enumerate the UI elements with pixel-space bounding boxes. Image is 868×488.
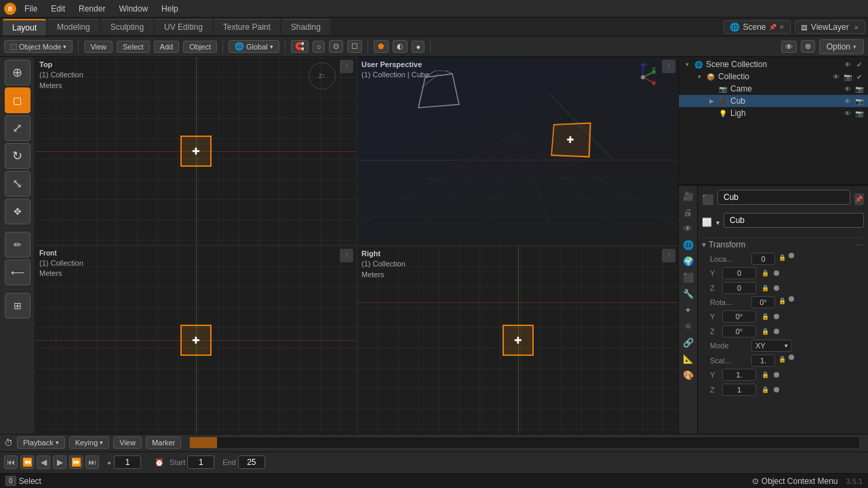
start-frame-input[interactable] — [187, 455, 214, 469]
prop-rot-y-lock[interactable]: 🔒 — [760, 312, 770, 321]
light-render-btn[interactable]: 📷 — [854, 108, 864, 118]
prop-loc-y[interactable]: 0 — [722, 267, 756, 279]
gizmo-btn[interactable]: ⊕ — [801, 40, 815, 53]
prop-scale-x-lock[interactable]: 🔒 — [777, 354, 787, 364]
transform-selector[interactable]: 🌐 Global ▾ — [229, 40, 279, 53]
scene-visibility-btn[interactable]: 👁 — [843, 60, 852, 69]
viewport-menu-front[interactable]: ⋮ — [340, 249, 353, 262]
view-menu[interactable]: View — [84, 41, 113, 53]
viewport-menu-perspective[interactable]: ⋮ — [662, 60, 675, 73]
timeline-prev-frame[interactable]: ◀ — [37, 455, 50, 469]
scene-close-icon[interactable]: ✕ — [779, 24, 785, 30]
overlay-btn[interactable]: ⊙ — [329, 40, 343, 53]
snap-toggle[interactable]: 🧲 — [291, 40, 309, 53]
timeline-next-frame[interactable]: ⏩ — [69, 455, 83, 469]
tab-modeling[interactable]: Modeling — [47, 19, 100, 35]
expand-cube[interactable]: ▶ — [707, 97, 715, 105]
timeline-prev-keyframe[interactable]: ⏪ — [20, 455, 34, 469]
transform-options-btn[interactable]: ⋯ — [854, 240, 864, 249]
prop-scale-x[interactable]: 1. — [751, 354, 775, 367]
cube-perspective[interactable]: ✚ — [551, 123, 591, 158]
props-material-icon[interactable]: 🎨 — [681, 367, 696, 382]
cube-right-view[interactable] — [502, 325, 534, 356]
section-transform[interactable]: ▾ Transform ⋯ — [702, 237, 864, 251]
scene-selector[interactable]: 🌐 Scene 📌 ✕ — [724, 20, 790, 34]
tool-scale[interactable]: ⤡ — [5, 171, 31, 197]
viewport-right[interactable]: Right (1) Collection Meters ⋮ — [357, 246, 678, 434]
prop-rot-x[interactable]: 0° — [751, 296, 775, 308]
tool-add-object[interactable]: ⊞ — [5, 293, 31, 319]
option-button[interactable]: Option ▾ — [819, 39, 864, 54]
tool-cursor[interactable]: ⊕ — [5, 60, 31, 85]
viewport-display-btn[interactable]: 👁 — [781, 41, 797, 53]
tab-texture-paint[interactable]: Texture Paint — [214, 19, 280, 35]
tool-select-box[interactable]: ▢ — [5, 87, 31, 113]
prop-loc-y-lock[interactable]: 🔒 — [760, 268, 770, 278]
col-select-btn[interactable]: ✔ — [854, 72, 864, 81]
prop-scale-y[interactable]: 1. — [722, 369, 756, 381]
props-world-icon[interactable]: 🌍 — [681, 253, 696, 268]
end-frame-input[interactable] — [238, 455, 265, 469]
prop-mode-dropdown[interactable]: XY ▾ — [751, 340, 792, 352]
menu-render[interactable]: Render — [73, 3, 111, 15]
menu-help[interactable]: Help — [156, 3, 184, 15]
cam-visibility-btn[interactable]: 👁 — [843, 84, 852, 94]
cube-top-view[interactable] — [180, 136, 212, 167]
viewport-perspective[interactable]: ✚ User Perspective (1) Collection | Cube… — [357, 57, 678, 245]
timeline-marker-menu[interactable]: Marker — [146, 436, 181, 449]
viewport-top[interactable]: Top (1) Collection Meters ⋮ Z↑ — [35, 57, 356, 245]
tool-annotate[interactable]: ✏ — [5, 232, 31, 258]
timeline-view-menu[interactable]: View — [113, 436, 142, 449]
proportional-edit[interactable]: ○ — [313, 41, 326, 53]
props-data-name-input[interactable] — [724, 213, 864, 228]
col-visibility-btn[interactable]: 👁 — [831, 72, 841, 81]
props-physics-icon[interactable]: ⚛ — [681, 319, 696, 333]
outliner-item-cube[interactable]: ▶ ⬛ Cub 👁 📷 — [679, 95, 868, 107]
viewport-shading-material[interactable]: ◐ — [393, 40, 408, 53]
menu-edit[interactable]: Edit — [45, 3, 71, 15]
mode-selector[interactable]: ⬚ Object Mode ▾ — [4, 40, 73, 53]
props-output-icon[interactable]: 🖨 — [681, 205, 696, 220]
prop-scale-z-lock[interactable]: 🔒 — [760, 385, 770, 394]
expand-collection[interactable]: ▾ — [695, 73, 703, 81]
props-modifier-icon[interactable]: 🔧 — [681, 286, 696, 301]
cube-visibility-btn[interactable]: 👁 — [843, 96, 852, 106]
object-menu[interactable]: Object — [183, 41, 217, 53]
outliner-item-collection[interactable]: ▾ 📦 Collectio 👁 📷 ✔ — [679, 70, 868, 83]
prop-rot-z-lock[interactable]: 🔒 — [760, 327, 770, 336]
expand-scene-collection[interactable]: ▾ — [683, 60, 691, 68]
timeline-play-pause[interactable]: ▶ — [53, 455, 66, 469]
scene-select-btn[interactable]: ✔ — [854, 60, 864, 69]
select-menu[interactable]: Select — [117, 41, 150, 53]
xray-btn[interactable]: ☐ — [347, 40, 362, 53]
outliner-item-scene-collection[interactable]: ▾ 🌐 Scene Collection 👁 ✔ — [679, 58, 868, 70]
viewport-menu-right[interactable]: ⋮ — [662, 249, 675, 262]
light-visibility-btn[interactable]: 👁 — [843, 108, 852, 118]
col-render-btn[interactable]: 📷 — [843, 72, 852, 81]
prop-location-x[interactable]: 0 — [751, 253, 775, 265]
viewport-front[interactable]: Front (1) Collection Meters ⋮ — [35, 246, 356, 434]
current-frame-input[interactable] — [114, 455, 141, 469]
props-data-icon[interactable]: 📐 — [681, 351, 696, 366]
cam-render-btn[interactable]: 📷 — [854, 84, 864, 94]
prop-rot-z[interactable]: 0° — [722, 325, 756, 338]
outliner-item-camera[interactable]: ▶ 📷 Came 👁 📷 — [679, 83, 868, 95]
props-particles-icon[interactable]: ✦ — [681, 302, 696, 317]
playback-menu[interactable]: Playback ▾ — [17, 436, 65, 449]
timeline-first-frame[interactable]: ⏮ — [4, 455, 18, 469]
tab-shading[interactable]: Shading — [281, 19, 330, 35]
tool-transform[interactable]: ✥ — [5, 199, 31, 224]
props-scene-icon[interactable]: 🌐 — [681, 237, 696, 252]
prop-scale-y-lock[interactable]: 🔒 — [760, 370, 770, 380]
gizmo-top[interactable]: Z↑ — [309, 62, 336, 89]
tab-layout[interactable]: Layout — [3, 19, 46, 35]
prop-loc-z[interactable]: 0 — [722, 282, 756, 294]
outliner-item-light[interactable]: ▶ 💡 Ligh 👁 📷 — [679, 107, 868, 119]
prop-rot-y[interactable]: 0° — [722, 310, 756, 323]
tab-uv-editing[interactable]: UV Editing — [155, 19, 212, 35]
props-pin-btn[interactable]: 📌 — [854, 193, 864, 205]
prop-location-lock[interactable]: 🔒 — [777, 253, 787, 262]
keying-menu[interactable]: Keying ▾ — [69, 436, 110, 449]
prop-scale-z[interactable]: 1 — [722, 384, 756, 396]
props-object-icon[interactable]: ⬛ — [681, 270, 696, 285]
